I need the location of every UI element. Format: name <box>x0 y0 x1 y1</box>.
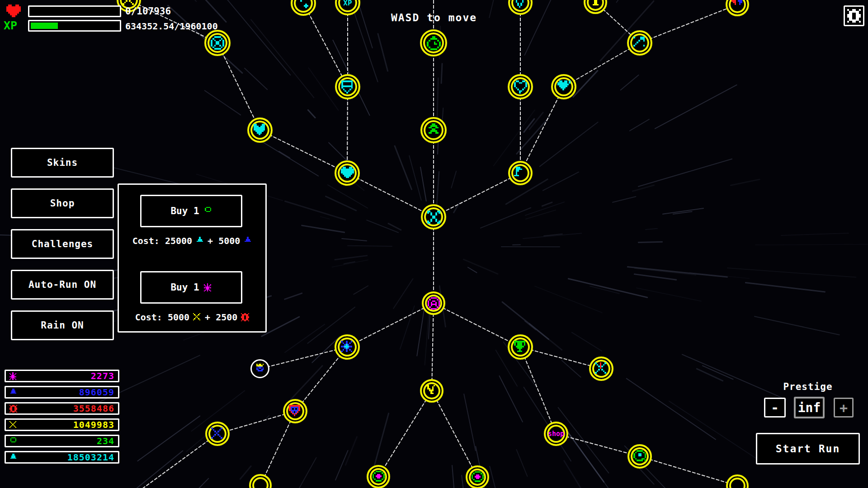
skill-node-heartplus[interactable] <box>551 74 576 99</box>
skill-node-heart[interactable] <box>335 160 360 186</box>
cost-line-2: Cost: 5000+ 2500 <box>119 312 265 323</box>
sidebar-button-auto-run-on[interactable]: Auto-Run ON <box>11 270 114 300</box>
skill-node-shieldred[interactable] <box>283 399 307 423</box>
settings-button[interactable] <box>844 5 864 26</box>
skill-node-xp[interactable]: XP <box>335 0 360 15</box>
prestige-count: inf <box>798 400 821 415</box>
skill-node-ellipsestar[interactable] <box>367 465 390 488</box>
skill-node-plain[interactable] <box>726 474 749 488</box>
prestige-minus-button[interactable]: - <box>764 398 786 418</box>
prestige-plus-button[interactable]: + <box>834 398 854 418</box>
start-run-label: Start Run <box>776 443 840 455</box>
prestige-count-box: inf <box>794 397 825 418</box>
cost-line-1: Cost: 25000+ 5000 <box>119 235 265 246</box>
game-screen: XPshop 0/107936 XP 634352.54/1960100 WAS… <box>0 0 868 488</box>
cost-text: Cost: 5000 <box>135 312 189 323</box>
sidebar-button-shop[interactable]: Shop <box>11 188 114 218</box>
cost-plus-text: + 2500 <box>205 312 237 323</box>
skill-node-trophy[interactable] <box>508 334 533 360</box>
skill-node-armor[interactable] <box>247 117 273 143</box>
skill-node-branch[interactable] <box>420 379 443 403</box>
sidebar-button-challenges[interactable]: Challenges <box>11 229 114 259</box>
skill-node-sparkle[interactable] <box>291 0 316 16</box>
buy-button-label: Buy 1 <box>170 206 199 216</box>
skill-node-circlex[interactable] <box>204 30 231 56</box>
skill-node-xdots[interactable] <box>205 422 230 446</box>
skill-node-virus[interactable] <box>335 334 360 360</box>
gear-icon <box>847 9 861 23</box>
buy-button-2[interactable]: Buy 1 <box>140 271 242 304</box>
skill-node-expand[interactable] <box>421 204 446 230</box>
cost-plus-text: + 5000 <box>208 235 240 246</box>
skill-node-one[interactable] <box>584 0 607 14</box>
skill-node-crowndots[interactable] <box>250 359 269 378</box>
buy-panel: Buy 1Cost: 25000+ 5000Buy 1Cost: 5000+ 2… <box>118 183 267 333</box>
skill-node-x[interactable] <box>117 0 141 12</box>
skill-node-chevrons[interactable] <box>420 117 447 143</box>
skill-node-flag[interactable] <box>508 161 533 185</box>
skill-node-dripheart[interactable] <box>508 74 533 99</box>
start-run-button[interactable]: Start Run <box>756 433 860 465</box>
buy-button-label: Buy 1 <box>170 282 199 293</box>
skill-node-recycle[interactable] <box>627 444 652 469</box>
skill-node-arrowspark[interactable] <box>627 30 652 56</box>
minus-icon: - <box>771 400 779 416</box>
skill-node-shop[interactable]: shop <box>544 422 568 446</box>
sidebar-button-rain-on[interactable]: Rain ON <box>11 310 114 340</box>
skill-node-ellipsestar[interactable] <box>466 465 489 488</box>
skill-node-clock[interactable] <box>420 29 447 56</box>
cost-text: Cost: 25000 <box>132 235 192 246</box>
plus-icon: + <box>840 400 848 416</box>
skill-node-xred[interactable] <box>589 357 613 381</box>
skill-node-shield[interactable] <box>335 74 360 99</box>
sidebar-button-skins[interactable]: Skins <box>11 148 114 178</box>
skill-node-plain[interactable] <box>249 474 272 488</box>
skill-node-duo[interactable] <box>726 0 749 16</box>
skill-node-check[interactable] <box>508 0 533 15</box>
skill-node-acircle[interactable] <box>422 291 445 315</box>
buy-button-1[interactable]: Buy 1 <box>140 195 242 227</box>
